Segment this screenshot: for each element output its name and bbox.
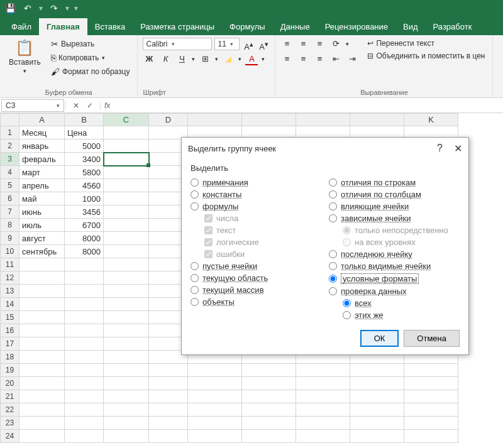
redo-icon[interactable]: ↷: [48, 3, 60, 13]
cell[interactable]: [104, 153, 149, 166]
radio-objects[interactable]: [191, 298, 199, 306]
cell[interactable]: июнь: [19, 205, 65, 219]
cell[interactable]: 3400: [65, 153, 104, 166]
cell[interactable]: 5000: [65, 139, 104, 153]
cell[interactable]: [104, 403, 149, 417]
chevron-down-icon[interactable]: ▾: [192, 56, 195, 62]
cell[interactable]: [350, 364, 404, 377]
align-right-icon[interactable]: ≡: [313, 53, 326, 65]
cell[interactable]: 4560: [65, 179, 104, 192]
cell[interactable]: [104, 245, 149, 258]
row-header[interactable]: 8: [1, 219, 19, 232]
column-header[interactable]: C: [104, 114, 149, 126]
cell[interactable]: [104, 364, 149, 377]
column-header[interactable]: A: [19, 114, 65, 126]
radio-all[interactable]: [343, 299, 351, 307]
row-header[interactable]: 21: [1, 390, 19, 403]
decrease-indent-icon[interactable]: ⇤: [329, 53, 342, 65]
cell[interactable]: [104, 192, 149, 205]
increase-font-icon[interactable]: A▴: [242, 38, 255, 50]
fill-color-button[interactable]: ◢: [222, 53, 235, 65]
cell[interactable]: [104, 271, 149, 285]
merge-center-button[interactable]: ⊟ Объединить и поместить в цен: [365, 50, 487, 62]
cell[interactable]: [19, 351, 65, 364]
column-header[interactable]: [296, 114, 350, 126]
cell[interactable]: [104, 311, 149, 324]
chevron-down-icon[interactable]: ▾: [238, 56, 241, 62]
column-header[interactable]: D: [149, 114, 188, 126]
cell[interactable]: [242, 377, 296, 390]
cell[interactable]: [19, 311, 65, 324]
cell[interactable]: [404, 417, 458, 430]
qat-dropdown-icon[interactable]: ▾: [39, 4, 43, 13]
cell[interactable]: [19, 285, 65, 298]
cell[interactable]: [104, 324, 149, 337]
radio-current-array[interactable]: [191, 286, 199, 294]
cell[interactable]: [296, 377, 350, 390]
radio-last-cell[interactable]: [329, 250, 337, 258]
align-top-icon[interactable]: ≡: [280, 38, 293, 50]
cell[interactable]: 1000: [65, 192, 104, 205]
ok-button[interactable]: ОК: [360, 330, 399, 347]
cell[interactable]: [296, 430, 350, 443]
name-box[interactable]: C3 ▾: [1, 99, 64, 112]
radio-blanks[interactable]: [191, 262, 199, 270]
cell[interactable]: [65, 364, 104, 377]
cell[interactable]: [104, 179, 149, 192]
wrap-text-button[interactable]: ↩ Перенести текст: [365, 38, 487, 49]
increase-indent-icon[interactable]: ⇥: [346, 53, 358, 65]
row-header[interactable]: 1: [1, 126, 19, 139]
copy-button[interactable]: ⎘ Копировать ▾: [48, 52, 133, 64]
row-header[interactable]: 6: [1, 192, 19, 205]
cell[interactable]: [19, 403, 65, 417]
cell[interactable]: июль: [19, 219, 65, 232]
cell[interactable]: [242, 364, 296, 377]
cell[interactable]: [65, 403, 104, 417]
cell[interactable]: [19, 337, 65, 351]
cell[interactable]: 6700: [65, 219, 104, 232]
cell[interactable]: Месяц: [19, 126, 65, 139]
row-header[interactable]: 7: [1, 205, 19, 219]
help-button[interactable]: ?: [437, 143, 443, 155]
cell[interactable]: [65, 390, 104, 403]
row-header[interactable]: 23: [1, 417, 19, 430]
row-header[interactable]: 20: [1, 377, 19, 390]
cancel-button[interactable]: Отмена: [404, 330, 460, 347]
column-header[interactable]: K: [404, 114, 458, 126]
radio-col-diffs[interactable]: [329, 190, 337, 199]
cell[interactable]: [104, 258, 149, 271]
row-header[interactable]: 18: [1, 351, 19, 364]
cell[interactable]: [65, 271, 104, 285]
cell[interactable]: апрель: [19, 179, 65, 192]
save-icon[interactable]: 💾: [4, 3, 16, 13]
cell[interactable]: [19, 430, 65, 443]
cell[interactable]: [104, 390, 149, 403]
bold-button[interactable]: Ж: [143, 53, 155, 65]
cell[interactable]: [104, 219, 149, 232]
accept-formula-icon[interactable]: ✓: [84, 101, 96, 110]
cell[interactable]: [242, 417, 296, 430]
cell[interactable]: [242, 403, 296, 417]
cell[interactable]: [149, 390, 188, 403]
row-header[interactable]: 2: [1, 139, 19, 153]
cell[interactable]: [188, 364, 242, 377]
tab-review[interactable]: Рецензирование: [318, 18, 395, 35]
row-header[interactable]: 17: [1, 337, 19, 351]
cell[interactable]: [19, 298, 65, 311]
cell[interactable]: [350, 417, 404, 430]
cell[interactable]: [149, 430, 188, 443]
cell[interactable]: [104, 417, 149, 430]
radio-precedents[interactable]: [329, 202, 337, 210]
cell[interactable]: 5800: [65, 166, 104, 179]
cell[interactable]: 3456: [65, 205, 104, 219]
cell[interactable]: [104, 337, 149, 351]
cell[interactable]: февраль: [19, 153, 65, 166]
chevron-down-icon[interactable]: ▾: [215, 56, 218, 62]
row-header[interactable]: 15: [1, 311, 19, 324]
border-button[interactable]: ⊞: [199, 53, 211, 65]
underline-button[interactable]: Ч: [175, 53, 188, 65]
cell[interactable]: [188, 417, 242, 430]
qat-dropdown-icon[interactable]: ▾: [65, 4, 69, 13]
cell[interactable]: [350, 430, 404, 443]
cell[interactable]: [404, 377, 458, 390]
